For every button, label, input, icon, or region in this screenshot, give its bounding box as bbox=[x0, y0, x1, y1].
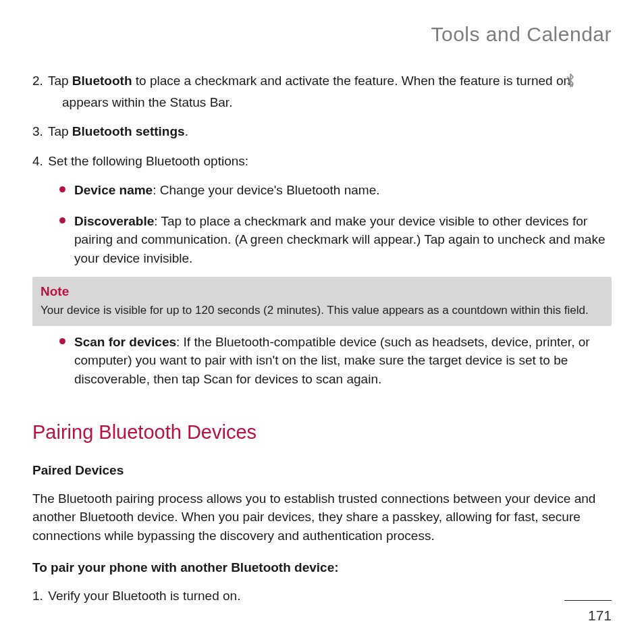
options-list-continued: Scan for devices: If the Bluetooth-compa… bbox=[62, 333, 612, 401]
note-body: Your device is visible for up to 120 sec… bbox=[41, 302, 603, 319]
bluetooth-icon bbox=[579, 73, 591, 88]
body-content: 2. Tap Bluetooth to place a checkmark an… bbox=[32, 72, 612, 606]
step-text: Verify your Bluetooth is turned on. bbox=[48, 589, 240, 603]
heading-pairing: Pairing Bluetooth Devices bbox=[32, 418, 612, 446]
list-item: Discoverable: Tap to place a checkmark a… bbox=[62, 212, 612, 280]
option-name: Discoverable bbox=[74, 214, 154, 228]
step-text-post: to place a checkmark and activate the fe… bbox=[132, 74, 578, 88]
step-text-bold: Bluetooth settings bbox=[72, 124, 185, 138]
note-callout: Note Your device is visible for up to 12… bbox=[32, 277, 612, 325]
list-item: Device name: Change your device's Blueto… bbox=[62, 181, 612, 212]
paragraph-pairing-desc: The Bluetooth pairing process allows you… bbox=[32, 489, 612, 545]
step-text-bold: Bluetooth bbox=[72, 74, 132, 88]
footer-rule bbox=[564, 600, 612, 601]
step-number: 3. bbox=[32, 122, 45, 141]
options-list: Device name: Change your device's Blueto… bbox=[62, 181, 612, 279]
step-number: 4. bbox=[32, 152, 45, 171]
option-name: Scan for devices bbox=[74, 335, 176, 349]
procedure-title: To pair your phone with another Bluetoot… bbox=[32, 558, 612, 577]
step-number: 1. bbox=[32, 587, 45, 606]
option-name: Device name bbox=[74, 183, 153, 197]
document-page: Tools and Calendar 2. Tap Bluetooth to p… bbox=[0, 0, 644, 644]
list-item: Scan for devices: If the Bluetooth-compa… bbox=[62, 333, 612, 401]
step-text: Set the following Bluetooth options: bbox=[48, 154, 248, 168]
step-text-pre: Tap bbox=[48, 124, 72, 138]
option-description: : Change your device's Bluetooth name. bbox=[153, 183, 379, 197]
page-number: 171 bbox=[564, 608, 612, 624]
note-title: Note bbox=[41, 282, 603, 301]
step-text-continuation: appears within the Status Bar. bbox=[47, 93, 612, 112]
step-4: 4. Set the following Bluetooth options: bbox=[32, 152, 612, 171]
step-text-pre: Tap bbox=[48, 74, 72, 88]
step-number: 2. bbox=[32, 72, 45, 90]
page-footer: 171 bbox=[564, 600, 612, 624]
step-2: 2. Tap Bluetooth to place a checkmark an… bbox=[32, 72, 612, 111]
step-text-post: . bbox=[185, 124, 188, 138]
subheading-paired-devices: Paired Devices bbox=[32, 461, 612, 480]
option-description: : Tap to place a checkmark and make your… bbox=[74, 214, 605, 265]
pairing-step-1: 1. Verify your Bluetooth is turned on. bbox=[32, 587, 612, 606]
step-3: 3. Tap Bluetooth settings. bbox=[32, 122, 612, 141]
section-header: Tools and Calendar bbox=[32, 23, 612, 46]
